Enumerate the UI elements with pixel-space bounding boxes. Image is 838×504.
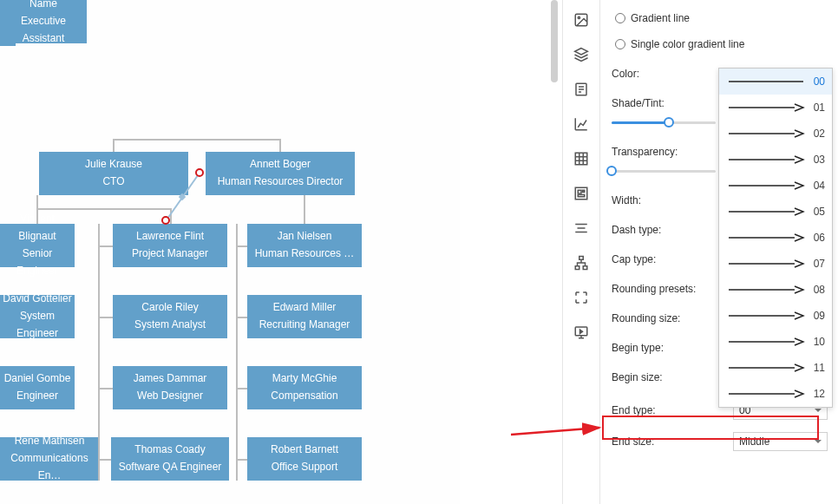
radio-input[interactable] [615,13,625,23]
node-name: Thomas Coady [113,442,227,459]
org-node[interactable]: David Gottelier System Engineer [0,295,75,338]
org-node[interactable]: Thomas Coady Software QA Engineer [111,437,229,481]
line-preview-icon [724,258,808,270]
node-name: Annett Boger [207,156,353,173]
connector [98,388,113,389]
connector [98,224,100,481]
org-node[interactable]: James Dammar Web Designer [113,366,227,409]
line-style-number: 11 [808,362,825,374]
line-style-option[interactable]: 01 [719,95,832,121]
line-style-number: 01 [808,101,825,114]
connector [236,459,247,461]
org-node[interactable]: Edward Miller Recruiting Manager [247,295,362,338]
node-role: System Analyst [115,317,226,334]
label-width: Width: [612,194,733,206]
org-node[interactable]: Robert Barnett Office Support [247,437,362,481]
line-style-number: 06 [808,232,825,244]
node-role: Office Support [249,459,360,476]
svg-rect-14 [578,195,585,197]
line-preview-icon [724,232,808,244]
line-style-option[interactable]: 02 [719,121,832,147]
radio-single-gradient-line[interactable]: Single color gradient line [612,35,828,54]
line-style-option[interactable]: 12 [719,381,832,407]
dropdown-end-size[interactable]: Middle [733,432,828,451]
connector [98,317,113,318]
label-shade-tint: Shade/Tint: [612,97,733,109]
line-preview-icon [724,362,808,374]
label-color: Color: [612,68,733,80]
line-preview-icon [724,206,808,218]
line-style-number: 02 [808,128,825,140]
chart-icon[interactable] [573,116,589,132]
node-name: Julie Krause [41,156,187,173]
slider-transparency[interactable] [612,163,716,179]
line-style-option[interactable]: 00 [719,69,832,95]
connector-handle-start[interactable] [161,216,170,225]
line-style-flyout[interactable]: 00010203040506070809101112 [718,68,833,408]
node-name: Robert Barnett [249,442,360,459]
node-name: Edward Miller [249,299,360,317]
image-icon[interactable] [573,12,589,28]
svg-rect-18 [579,257,584,260]
line-style-option[interactable]: 04 [719,173,832,199]
radio-input[interactable] [615,39,625,49]
line-style-option[interactable]: 05 [719,199,832,225]
line-style-number: 05 [808,206,825,218]
line-style-option[interactable]: 03 [719,147,832,173]
presentation-icon[interactable] [573,324,589,340]
layers-icon[interactable] [573,47,589,62]
org-node[interactable]: Rene Mathisen Communications En… [0,437,99,481]
line-preview-icon [724,336,808,348]
line-style-option[interactable]: 10 [719,329,832,355]
diagram-canvas[interactable]: Name Executive Assistant Julie Krause CT… [0,0,460,504]
org-node[interactable]: Jan Nielsen Human Resources … [247,224,362,267]
node-name: Lawrence Flint [115,228,226,245]
line-style-number: 08 [808,284,825,296]
line-style-option[interactable]: 06 [719,225,832,251]
label-dash-type: Dash type: [612,224,733,236]
line-style-option[interactable]: 08 [719,277,832,303]
svg-point-1 [578,16,579,18]
line-preview-icon [724,388,808,400]
label-cap-type: Cap type: [612,253,733,265]
line-style-number: 07 [808,258,825,270]
connector [236,388,247,389]
table-icon[interactable] [573,151,589,167]
expand-icon[interactable] [573,290,589,305]
node-role: Human Resources Director [207,173,353,191]
line-preview-icon [724,310,808,322]
align-icon[interactable] [573,220,589,236]
org-node[interactable]: Marty McGhie Compensation [247,366,362,409]
org-node-head[interactable]: Name Executive Assistant [0,0,87,43]
node-name: James Dammar [115,370,226,388]
line-style-number: 04 [808,180,825,192]
line-style-option[interactable]: 09 [719,303,832,329]
connector-handle-end[interactable] [195,168,204,177]
hierarchy-icon[interactable] [573,255,589,271]
label-rounding-presets: Rounding presets: [612,283,733,295]
org-node[interactable]: Lawrence Flint Project Manager [113,224,227,267]
layout-icon[interactable] [573,186,589,201]
node-role: Senior Engineer [2,245,73,280]
org-node[interactable]: Vincent Blignaut Senior Engineer [0,224,75,267]
org-node[interactable]: Carole Riley System Analyst [113,295,227,338]
node-role: CTO [41,173,187,191]
document-icon[interactable] [573,82,589,97]
label-end-size: End size: [612,435,733,448]
node-name: Rene Mathisen [2,433,97,450]
svg-rect-6 [575,153,587,165]
connector [236,317,247,318]
org-node-annett[interactable]: Annett Boger Human Resources Director [206,152,355,195]
slider-shade-tint[interactable] [612,115,716,130]
node-role: Web Designer [115,388,226,405]
connector [36,208,171,210]
radio-gradient-line[interactable]: Gradient line [612,9,828,28]
line-preview-icon [724,284,808,296]
org-node-julie[interactable]: Julie Krause CTO [39,152,188,195]
org-node[interactable]: Daniel Gombe Engineer [0,366,75,409]
scroll-indicator [551,0,558,82]
line-style-option[interactable]: 07 [719,251,832,277]
line-style-option[interactable]: 11 [719,355,832,381]
line-preview-icon [724,128,808,140]
dropdown-value: Middle [739,435,769,448]
